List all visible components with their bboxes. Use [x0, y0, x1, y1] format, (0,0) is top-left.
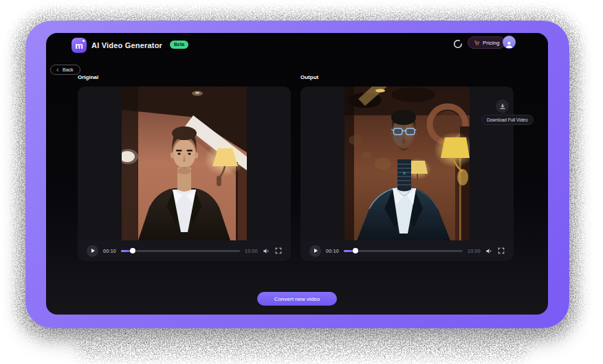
- download-tooltip: Download Full Video: [481, 115, 534, 125]
- original-seek-slider[interactable]: [121, 250, 240, 252]
- original-video-illustration: [122, 87, 247, 240]
- pricing-button[interactable]: Pricing: [468, 36, 505, 49]
- download-icon: [499, 103, 506, 110]
- output-play-button[interactable]: [309, 245, 321, 257]
- original-seek-fill: [121, 250, 133, 252]
- original-video-frame[interactable]: [122, 87, 247, 240]
- original-fullscreen-button[interactable]: [275, 247, 282, 254]
- output-video-card: 00:10 10:00: [300, 87, 514, 261]
- back-button[interactable]: Back: [50, 65, 80, 75]
- original-panel-label: Original: [78, 74, 98, 80]
- output-panel-label: Output: [300, 74, 318, 80]
- original-play-button[interactable]: [87, 245, 98, 257]
- beta-badge: Beta: [170, 41, 188, 49]
- loading-spinner-icon: [453, 39, 463, 49]
- app-title: AI Video Generator: [91, 41, 162, 49]
- page-background: m AI Video Generator Beta Pricing: [0, 0, 603, 364]
- output-seek-slider[interactable]: [344, 250, 463, 252]
- original-duration: 10:00: [245, 249, 258, 253]
- back-label: Back: [63, 67, 74, 72]
- original-current-time: 00:10: [103, 249, 116, 253]
- app-header: m AI Video Generator Beta Pricing: [46, 33, 548, 58]
- purple-device-frame: m AI Video Generator Beta Pricing: [25, 21, 569, 328]
- fullscreen-icon: [498, 247, 505, 254]
- logo-letter: m: [75, 41, 83, 50]
- user-avatar[interactable]: [503, 36, 516, 49]
- output-duration: 10:00: [468, 249, 481, 253]
- play-icon: [91, 249, 95, 253]
- chevron-left-icon: [56, 68, 60, 72]
- fullscreen-icon: [275, 247, 282, 254]
- original-video-card: 00:10 10:00: [78, 87, 291, 261]
- output-video-illustration: [344, 87, 470, 240]
- output-player-controls: 00:10 10:00: [300, 240, 514, 261]
- app-logo[interactable]: m: [72, 38, 87, 53]
- output-fullscreen-button[interactable]: [498, 247, 505, 254]
- original-player-controls: 00:10 10:00: [78, 240, 291, 261]
- volume-icon: [485, 247, 493, 255]
- volume-icon: [263, 247, 270, 255]
- output-current-time: 00:10: [326, 249, 339, 253]
- app-window: m AI Video Generator Beta Pricing: [46, 33, 548, 315]
- download-button[interactable]: [496, 100, 509, 113]
- original-seek-thumb[interactable]: [130, 248, 135, 253]
- convert-new-video-button[interactable]: Convert new video: [257, 292, 337, 306]
- output-video-frame[interactable]: [344, 87, 470, 240]
- output-volume-button[interactable]: [485, 247, 493, 255]
- output-seek-fill: [344, 250, 355, 252]
- output-seek-thumb[interactable]: [353, 248, 358, 253]
- play-icon: [314, 249, 318, 253]
- person-icon: [505, 40, 514, 49]
- original-volume-button[interactable]: [263, 247, 270, 255]
- pricing-label: Pricing: [483, 40, 499, 46]
- cart-icon: [474, 40, 480, 46]
